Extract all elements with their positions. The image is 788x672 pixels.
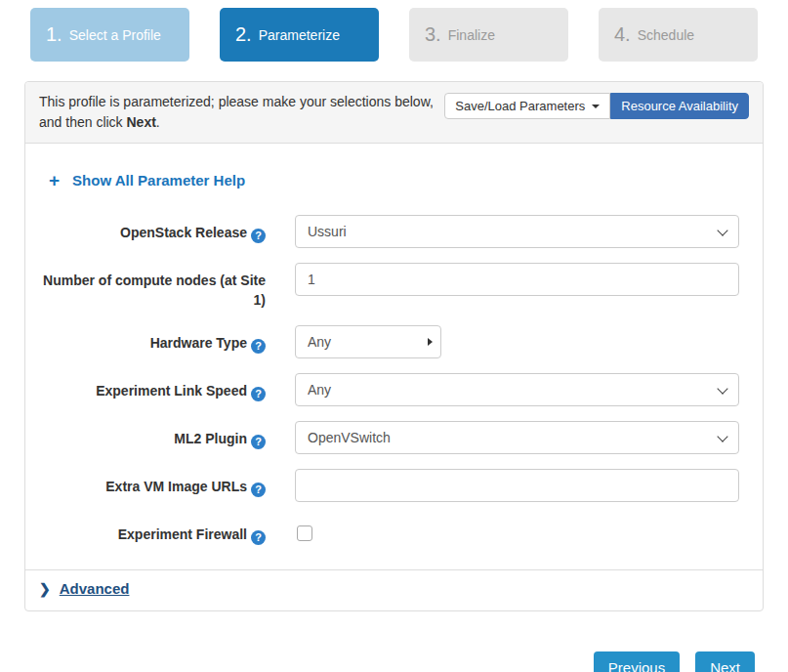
panel-header: This profile is parameterized; please ma…	[25, 82, 763, 144]
help-icon[interactable]: ?	[251, 483, 266, 497]
field-label-link-speed: Experiment Link Speed	[96, 383, 247, 399]
advanced-section: ❯ Advanced	[25, 569, 763, 610]
form-row-experiment-firewall: Experiment Firewall?	[39, 517, 749, 545]
help-icon[interactable]: ?	[251, 435, 266, 449]
header-button-group: Save/Load Parameters Resource Availabili…	[444, 93, 749, 119]
step-number: 4.	[614, 23, 631, 46]
previous-button[interactable]: Previous	[594, 651, 680, 672]
hardware-type-combobox[interactable]	[295, 325, 441, 358]
advanced-label: Advanced	[60, 580, 130, 597]
form-row-openstack-release: OpenStack Release? Ussuri	[39, 215, 749, 248]
form-row-extra-vm-urls: Extra VM Image URLs?	[39, 469, 749, 502]
field-control-cell: Any	[295, 373, 739, 406]
step-schedule: 4. Schedule	[599, 8, 758, 62]
help-icon[interactable]: ?	[251, 530, 266, 545]
banner-message: This profile is parameterized; please ma…	[39, 92, 444, 133]
field-label-experiment-firewall: Experiment Firewall	[118, 526, 247, 542]
plus-icon: +	[49, 171, 60, 189]
field-label-openstack-release: OpenStack Release	[120, 225, 247, 240]
field-label-cell: Extra VM Image URLs?	[39, 469, 266, 497]
field-control-cell: Ussuri	[295, 215, 739, 248]
help-icon[interactable]: ?	[251, 387, 266, 401]
field-label-cell: OpenStack Release?	[39, 215, 266, 243]
link-speed-select[interactable]: Any	[295, 373, 739, 406]
banner-text-after: .	[156, 114, 160, 130]
field-label-cell: ML2 Plugin?	[39, 421, 266, 449]
advanced-toggle-link[interactable]: ❯ Advanced	[39, 580, 129, 597]
step-label: Select a Profile	[69, 27, 161, 43]
banner-text-before: This profile is parameterized; please ma…	[39, 94, 434, 130]
help-icon[interactable]: ?	[251, 229, 266, 243]
wizard-actions: Previous Next	[0, 651, 755, 672]
compute-nodes-input[interactable]	[295, 263, 739, 296]
form-row-ml2-plugin: ML2 Plugin? OpenVSwitch	[39, 421, 749, 454]
save-load-parameters-button[interactable]: Save/Load Parameters	[444, 93, 610, 119]
field-label-extra-vm-urls: Extra VM Image URLs	[105, 479, 247, 494]
save-load-parameters-label: Save/Load Parameters	[455, 99, 585, 113]
parameterize-panel: This profile is parameterized; please ma…	[24, 81, 764, 611]
step-number: 3.	[425, 23, 441, 46]
show-all-parameter-help-label: Show All Parameter Help	[72, 172, 245, 189]
ml2-plugin-select[interactable]: OpenVSwitch	[295, 421, 739, 454]
step-select-a-profile[interactable]: 1. Select a Profile	[30, 8, 189, 62]
next-button[interactable]: Next	[695, 651, 755, 672]
step-label: Finalize	[448, 27, 495, 43]
field-label-ml2-plugin: ML2 Plugin	[174, 431, 247, 446]
banner-text-next: Next	[127, 114, 156, 130]
field-label-cell: Experiment Link Speed?	[39, 373, 266, 401]
step-label: Schedule	[638, 27, 694, 43]
step-parameterize[interactable]: 2. Parameterize	[220, 8, 379, 62]
field-control-cell	[295, 325, 739, 358]
show-all-parameter-help-link[interactable]: + Show All Parameter Help	[49, 171, 245, 189]
caret-down-icon	[592, 105, 600, 108]
field-control-cell	[295, 469, 739, 502]
step-label: Parameterize	[259, 27, 340, 43]
chevron-right-icon: ❯	[39, 581, 51, 597]
form-row-hardware-type: Hardware Type?	[39, 325, 749, 358]
step-finalize: 3. Finalize	[409, 8, 568, 62]
resource-availability-button[interactable]: Resource Availability	[610, 93, 749, 119]
openstack-release-select[interactable]: Ussuri	[295, 215, 739, 248]
experiment-firewall-checkbox[interactable]	[297, 525, 312, 541]
field-label-cell: Number of compute nodes (at Site 1)	[39, 263, 266, 311]
help-icon[interactable]: ?	[251, 339, 266, 354]
field-control-cell: OpenVSwitch	[295, 421, 739, 454]
field-control-cell	[295, 263, 739, 296]
field-label-hardware-type: Hardware Type	[150, 335, 247, 351]
field-label-cell: Experiment Firewall?	[39, 517, 266, 545]
form-row-link-speed: Experiment Link Speed? Any	[39, 373, 749, 406]
step-number: 2.	[235, 23, 252, 46]
field-label-compute-nodes: Number of compute nodes (at Site 1)	[43, 273, 266, 308]
field-label-cell: Hardware Type?	[39, 325, 266, 354]
form-row-compute-nodes: Number of compute nodes (at Site 1)	[39, 263, 749, 311]
step-number: 1.	[46, 23, 62, 46]
panel-body: + Show All Parameter Help OpenStack Rele…	[25, 144, 763, 569]
field-control-cell	[295, 517, 739, 545]
wizard-steps: 1. Select a Profile 2. Parameterize 3. F…	[30, 8, 758, 62]
extra-vm-urls-input[interactable]	[295, 469, 739, 502]
